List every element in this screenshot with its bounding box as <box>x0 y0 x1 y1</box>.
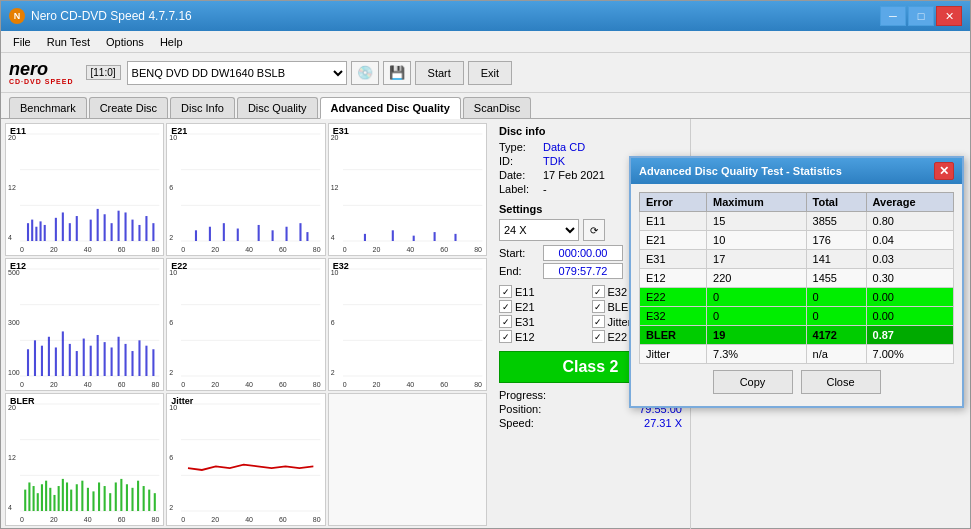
disc-icon-button[interactable]: 💿 <box>351 61 379 85</box>
speed-value: 27.31 X <box>644 417 682 429</box>
chart-e22: E22 10 6 2 020406080 <box>166 258 325 391</box>
table-row: E22000.00 <box>640 288 954 307</box>
svg-rect-27 <box>195 230 197 241</box>
svg-rect-102 <box>131 488 133 511</box>
svg-rect-50 <box>34 340 36 376</box>
window-close-button[interactable]: ✕ <box>936 6 962 26</box>
menu-options[interactable]: Options <box>98 34 152 50</box>
cb-e32-label: E32 <box>608 286 628 298</box>
stats-close-title-button[interactable]: ✕ <box>934 162 954 180</box>
svg-rect-5 <box>31 220 33 241</box>
tab-advanced-disc-quality[interactable]: Advanced Disc Quality <box>320 97 461 119</box>
close-button[interactable]: Close <box>801 370 881 394</box>
cb-e12[interactable]: ✓ <box>499 330 512 343</box>
svg-rect-86 <box>49 488 51 511</box>
chart-bler-label: BLER <box>10 396 35 406</box>
chart-e32-area <box>343 269 482 376</box>
nero-brand: nero <box>9 60 48 78</box>
chart-e22-label: E22 <box>171 261 187 271</box>
chart-bler-yaxis: 20 12 4 <box>8 404 16 511</box>
end-label: End: <box>499 265 539 277</box>
cb-jitter-label: Jitter <box>608 316 632 328</box>
position-label: Position: <box>499 403 541 415</box>
table-row: E1222014550.30 <box>640 269 954 288</box>
minimize-button[interactable]: ─ <box>880 6 906 26</box>
menu-run-test[interactable]: Run Test <box>39 34 98 50</box>
svg-rect-6 <box>35 227 37 241</box>
tab-disc-quality[interactable]: Disc Quality <box>237 97 318 118</box>
drive-select[interactable]: BENQ DVD DD DW1640 BSLB <box>127 61 347 85</box>
svg-rect-106 <box>154 493 156 511</box>
cb-e31-label: E31 <box>515 316 535 328</box>
svg-rect-55 <box>69 344 71 376</box>
chart-e32-xaxis: 020406080 <box>343 381 482 388</box>
drive-label: [11:0] <box>86 65 121 80</box>
menu-file[interactable]: File <box>5 34 39 50</box>
chart-jitter-label: Jitter <box>171 396 193 406</box>
tab-create-disc[interactable]: Create Disc <box>89 97 168 118</box>
cb-e32[interactable]: ✓ <box>592 285 605 298</box>
svg-rect-41 <box>391 230 393 241</box>
svg-rect-7 <box>40 221 42 241</box>
svg-rect-16 <box>111 223 113 241</box>
table-row: E21101760.04 <box>640 231 954 250</box>
chart-e12-label: E12 <box>10 261 26 271</box>
chart-e11: E11 20 12 4 <box>5 123 164 256</box>
chart-e11-area <box>20 134 159 241</box>
save-icon-button[interactable]: 💾 <box>383 61 411 85</box>
cb-e11[interactable]: ✓ <box>499 285 512 298</box>
cb-e31[interactable]: ✓ <box>499 315 512 328</box>
copy-button[interactable]: Copy <box>713 370 793 394</box>
menu-help[interactable]: Help <box>152 34 191 50</box>
col-total: Total <box>806 193 866 212</box>
tab-scan-disc[interactable]: ScanDisc <box>463 97 531 118</box>
tab-disc-info[interactable]: Disc Info <box>170 97 235 118</box>
chart-e12-yaxis: 500 300 100 <box>8 269 20 376</box>
cb-e22[interactable]: ✓ <box>592 330 605 343</box>
chart-jitter-area <box>181 404 320 511</box>
svg-rect-91 <box>70 490 72 511</box>
svg-rect-104 <box>143 486 145 511</box>
table-row: BLER1941720.87 <box>640 326 954 345</box>
progress-label: Progress: <box>499 389 546 401</box>
cb-e21-label: E21 <box>515 301 535 313</box>
title-bar-buttons: ─ □ ✕ <box>880 6 962 26</box>
svg-rect-11 <box>69 223 71 241</box>
toolbar: nero CD·DVD SPEED [11:0] BENQ DVD DD DW1… <box>1 53 970 93</box>
speed-select[interactable]: 24 X <box>499 219 579 241</box>
maximize-button[interactable]: □ <box>908 6 934 26</box>
window-title: Nero CD-DVD Speed 4.7.7.16 <box>31 9 192 23</box>
cb-e21-row: ✓ E21 <box>499 300 590 313</box>
main-window: N Nero CD-DVD Speed 4.7.7.16 ─ □ ✕ File … <box>0 0 971 529</box>
speed-icon-button[interactable]: ⟳ <box>583 219 605 241</box>
svg-rect-40 <box>364 234 366 241</box>
svg-rect-83 <box>37 493 39 511</box>
speed-label: Speed: <box>499 417 534 429</box>
stats-title: Advanced Disc Quality Test - Statistics <box>639 165 842 177</box>
app-icon: N <box>9 8 25 24</box>
svg-rect-100 <box>120 479 122 511</box>
title-bar: N Nero CD-DVD Speed 4.7.7.16 ─ □ ✕ <box>1 1 970 31</box>
svg-rect-99 <box>115 482 117 511</box>
table-row: Jitter7.3%n/a7.00% <box>640 345 954 364</box>
cb-bler[interactable]: ✓ <box>592 300 605 313</box>
svg-rect-101 <box>126 484 128 511</box>
svg-rect-94 <box>87 488 89 511</box>
cb-jitter[interactable]: ✓ <box>592 315 605 328</box>
svg-rect-35 <box>307 232 309 241</box>
cb-e21[interactable]: ✓ <box>499 300 512 313</box>
start-button[interactable]: Start <box>415 61 464 85</box>
menu-bar: File Run Test Options Help <box>1 31 970 53</box>
svg-rect-22 <box>152 223 154 241</box>
table-row: E31171410.03 <box>640 250 954 269</box>
svg-rect-90 <box>66 482 68 511</box>
svg-rect-53 <box>55 347 57 376</box>
exit-button[interactable]: Exit <box>468 61 512 85</box>
svg-rect-51 <box>41 346 43 376</box>
col-average: Average <box>866 193 953 212</box>
svg-rect-60 <box>104 342 106 376</box>
svg-rect-43 <box>433 232 435 241</box>
id-value: TDK <box>543 155 565 167</box>
tab-benchmark[interactable]: Benchmark <box>9 97 87 118</box>
table-row: E111538550.80 <box>640 212 954 231</box>
